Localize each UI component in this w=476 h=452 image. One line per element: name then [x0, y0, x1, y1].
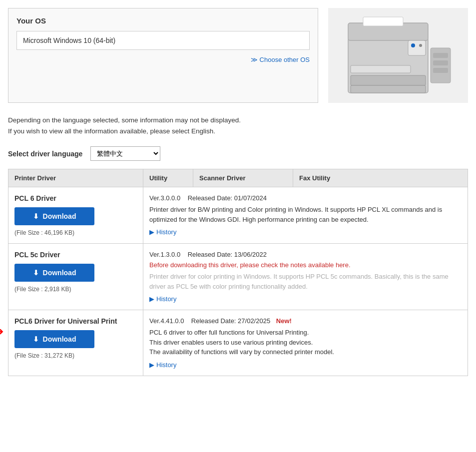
svg-rect-2	[351, 85, 426, 93]
info-text: Depending on the language selected, some…	[8, 115, 468, 136]
file-size-pcl5c: (File Size : 2,918 KB)	[14, 286, 137, 293]
chevron-down-icon: ≫	[251, 56, 258, 63]
table-row: PCL 6 Driver ⬇ Download (File Size : 46,…	[8, 187, 468, 244]
download-button-pcl5c[interactable]: ⬇ Download	[14, 264, 94, 282]
download-button-pcl6-universal[interactable]: ⬇ Download	[14, 330, 94, 348]
driver-meta-pcl6-universal: Ver.4.41.0.0 Released Date: 27/02/2025 N…	[149, 317, 462, 325]
download-icon: ⬇	[33, 335, 39, 343]
driver-name-pcl5c: PCL 5c Driver	[14, 251, 137, 259]
svg-rect-1	[351, 75, 426, 85]
printer-image	[328, 8, 468, 103]
os-section-title: Your OS	[16, 16, 310, 25]
svg-point-6	[411, 43, 415, 47]
history-link-pcl6-universal[interactable]: ▶ History	[149, 361, 462, 369]
download-icon: ⬇	[33, 269, 39, 277]
download-icon: ⬇	[33, 212, 39, 220]
file-size-pcl6-universal: (File Size : 31,272 KB)	[14, 352, 137, 359]
history-link-pcl5c[interactable]: ▶ History	[149, 295, 462, 303]
red-arrow-annotation: ➔	[0, 325, 3, 338]
driver-name-pcl6: PCL 6 Driver	[14, 194, 137, 202]
chevron-right-icon: ▶	[149, 228, 154, 236]
driver-desc-pcl5c: Printer driver for color printing in Win…	[149, 272, 462, 291]
file-size-pcl6: (File Size : 46,196 KB)	[14, 229, 137, 236]
chevron-right-icon: ▶	[149, 361, 154, 369]
table-row: ➔ PCL6 Driver for Universal Print ⬇ Down…	[8, 310, 468, 376]
chevron-right-icon: ▶	[149, 295, 154, 303]
driver-table: Printer Driver Utility Scanner Driver Fa…	[8, 169, 468, 376]
choose-os-link[interactable]: ≫ Choose other OS	[16, 56, 310, 63]
col-header-scanner-driver: Scanner Driver	[193, 169, 293, 187]
col-header-printer-driver: Printer Driver	[8, 169, 143, 187]
download-button-pcl6[interactable]: ⬇ Download	[14, 207, 94, 225]
svg-rect-3	[351, 65, 411, 73]
table-row: PCL 5c Driver ⬇ Download (File Size : 2,…	[8, 244, 468, 310]
col-header-fax-utility: Fax Utility	[293, 169, 468, 187]
driver-desc-pcl6: Printer driver for B/W printing and Colo…	[149, 205, 462, 224]
new-badge: New!	[276, 317, 292, 325]
language-select[interactable]: 繁體中文 English 简体中文 日本語 한국어	[90, 146, 160, 161]
history-link-pcl6[interactable]: ▶ History	[149, 228, 462, 236]
svg-point-7	[419, 44, 422, 47]
svg-rect-11	[433, 68, 448, 73]
language-select-label: Select driver language	[8, 150, 82, 158]
os-value: Microsoft Windows 10 (64-bit)	[16, 31, 310, 50]
driver-desc-pcl6-universal: PCL 6 driver to offer full functions for…	[149, 328, 462, 357]
svg-rect-5	[408, 40, 426, 55]
driver-name-pcl6-universal: PCL6 Driver for Universal Print	[14, 317, 137, 325]
driver-meta-pcl6: Ver.3.0.0.0 Released Date: 01/07/2024	[149, 194, 462, 202]
svg-rect-12	[363, 17, 403, 26]
driver-meta-pcl5c: Ver.1.3.0.0 Released Date: 13/06/2022	[149, 251, 462, 258]
warning-text-pcl5c: Before downloading this driver, please c…	[149, 261, 462, 269]
svg-rect-9	[433, 53, 448, 58]
svg-rect-10	[433, 60, 448, 65]
choose-os-label: Choose other OS	[260, 56, 310, 63]
col-header-utility: Utility	[143, 169, 193, 187]
